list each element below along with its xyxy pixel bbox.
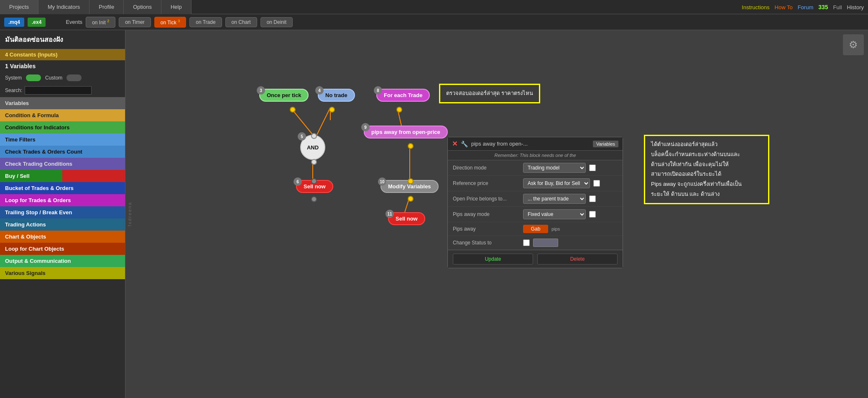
- connector-for-each-bottom[interactable]: [396, 107, 402, 113]
- system-custom-row: System Custom: [0, 72, 125, 84]
- nav-help[interactable]: Help: [161, 0, 191, 14]
- node-num-5: 5: [298, 132, 306, 141]
- second-row: .mq4 .ex4 Events on Init 2 on Timer on T…: [0, 14, 868, 30]
- tab-on-tick[interactable]: on Tick 3: [154, 17, 186, 28]
- variables-tab[interactable]: Variables: [593, 141, 618, 147]
- sidebar-item-loop-chart[interactable]: Loop for Chart Objects: [0, 243, 125, 255]
- btn-delete[interactable]: Delete: [537, 254, 618, 264]
- canvas-area: 3 Once per tick 4 No trade 8 For each Tr…: [125, 30, 868, 398]
- search-input[interactable]: [25, 86, 92, 95]
- popup-select-direction[interactable]: Trading model: [523, 163, 586, 173]
- popup-checkbox-reference[interactable]: [593, 180, 600, 187]
- custom-toggle[interactable]: [66, 74, 82, 81]
- link-howto[interactable]: How To: [775, 4, 793, 10]
- thai-line-2: บล็อคนี้จะกำหนดระยะห่างด้านบนและ: [651, 150, 762, 159]
- history-label[interactable]: History: [847, 4, 864, 10]
- node-sell-2-label: Sell now: [396, 216, 418, 222]
- popup-panel: ✕ 🔧 pips away from open-... Variables Re…: [447, 137, 623, 268]
- popup-input-pips[interactable]: [523, 225, 548, 233]
- popup-checkbox-open-price[interactable]: [589, 195, 596, 202]
- sidebar-item-check-trades[interactable]: Check Trades & Orders Count: [0, 146, 125, 158]
- popup-select-open-price[interactable]: ... the parent trade: [523, 194, 586, 204]
- sidebar-item-indicators[interactable]: Conditions for Indicators: [0, 121, 125, 134]
- events-label: Events: [66, 19, 82, 25]
- node-for-each-trade[interactable]: 8 For each Trade: [376, 89, 430, 102]
- nav-menu: Projects My Indicators Profile Options H…: [0, 0, 191, 14]
- sidebar-item-check-trading[interactable]: Check Trading Conditions: [0, 158, 125, 170]
- node-no-trade[interactable]: 4 No trade: [318, 89, 355, 102]
- popup-row-pips-mode: Pips away mode Fixed value: [448, 207, 623, 222]
- popup-checkbox-pips-mode[interactable]: [589, 211, 596, 218]
- count-badge: 335: [818, 4, 828, 10]
- tab-on-trade[interactable]: on Trade: [189, 17, 222, 27]
- svg-line-1: [317, 108, 330, 135]
- connector-pips-bottom[interactable]: [408, 143, 414, 149]
- nav-projects[interactable]: Projects: [0, 0, 38, 14]
- connector-modify-top[interactable]: [408, 178, 414, 184]
- nav-profile[interactable]: Profile: [89, 0, 124, 14]
- sidebar-variables[interactable]: 1 Variables: [0, 60, 125, 72]
- popup-row-direction: Direction mode Trading model: [448, 160, 623, 176]
- sidebar-item-output[interactable]: Output & Communication: [0, 255, 125, 267]
- connector-and-top[interactable]: [311, 133, 317, 139]
- connector-sell1-top[interactable]: [311, 178, 317, 184]
- connector-and-bottom[interactable]: [311, 159, 317, 165]
- node-once-per-tick[interactable]: 3 Once per tick: [259, 89, 309, 102]
- btn-update[interactable]: Update: [453, 254, 533, 264]
- connector-modify-bottom[interactable]: [408, 196, 414, 202]
- node-pips-away[interactable]: 9 pips away from open-price: [364, 126, 448, 139]
- link-forum[interactable]: Forum: [798, 4, 814, 10]
- thai-line-1: ได้ตำแหน่งออเดอร์ล่าสุดแล้ว: [651, 140, 762, 149]
- sidebar-item-trailing[interactable]: Trailing Stop / Break Even: [0, 206, 125, 218]
- connector-once-bottom[interactable]: [290, 107, 296, 113]
- top-nav: Projects My Indicators Profile Options H…: [0, 0, 868, 14]
- sidebar-item-chart[interactable]: Chart & Objects: [0, 231, 125, 243]
- sidebar-constants[interactable]: 4 Constants (Inputs): [0, 49, 125, 60]
- sidebar-item-loop-trades[interactable]: Loop for Trades & Orders: [0, 194, 125, 206]
- sidebar-item-buy-sell[interactable]: Buy / Sell: [0, 170, 125, 182]
- search-label: Search:: [5, 87, 22, 93]
- custom-label: Custom: [45, 75, 62, 81]
- popup-label-reference: Reference price: [453, 180, 520, 186]
- popup-row-status: Change Status to: [448, 236, 623, 250]
- sidebar-item-signals[interactable]: Various Signals: [0, 267, 125, 279]
- tab-on-timer[interactable]: on Timer: [119, 17, 151, 27]
- popup-select-reference[interactable]: Ask for Buy, Bid for Sell: [523, 178, 590, 188]
- popup-row-reference: Reference price Ask for Buy, Bid for Sel…: [448, 176, 623, 191]
- sidebar-item-variables[interactable]: Variables: [0, 97, 125, 109]
- thai-label-box-2: ได้ตำแหน่งออเดอร์ล่าสุดแล้ว บล็อคนี้จะกำ…: [644, 135, 769, 204]
- popup-wrench-icon: 🔧: [461, 141, 468, 147]
- mq4-btn[interactable]: .mq4: [4, 18, 24, 27]
- sidebar-item-time[interactable]: Time Filters: [0, 134, 125, 146]
- popup-close-btn[interactable]: ✕: [452, 140, 457, 148]
- popup-checkbox-status[interactable]: [523, 239, 530, 246]
- node-num-6: 6: [294, 177, 302, 186]
- top-nav-right: Instructions How To Forum 335 Full Histo…: [742, 0, 864, 14]
- node-once-label: Once per tick: [267, 92, 301, 98]
- tab-on-chart[interactable]: on Chart: [225, 17, 257, 27]
- node-sell-2[interactable]: 11 Sell now: [388, 212, 425, 225]
- popup-checkbox-direction[interactable]: [589, 164, 596, 171]
- connector-no-trade-bottom[interactable]: [329, 107, 335, 113]
- node-num-10: 10: [378, 177, 386, 186]
- node-and-label: AND: [307, 144, 319, 151]
- sidebar-item-bucket[interactable]: Bucket of Trades & Orders: [0, 182, 125, 194]
- tab-on-deinit[interactable]: on Deinit: [260, 17, 293, 27]
- nav-my-indicators[interactable]: My Indicators: [38, 0, 89, 14]
- connector-sell1-bottom[interactable]: [311, 196, 317, 202]
- gear-icon-btn[interactable]: ⚙: [843, 34, 864, 55]
- ex4-btn[interactable]: .ex4: [28, 18, 46, 27]
- popup-row-pips-away: Pips away pips: [448, 222, 623, 236]
- node-sell-1-label: Sell now: [304, 183, 326, 190]
- link-instructions[interactable]: Instructions: [742, 4, 769, 10]
- popup-select-pips-mode[interactable]: Fixed value: [523, 209, 586, 219]
- node-num-8: 8: [374, 86, 382, 95]
- tab-on-init[interactable]: on Init 2: [86, 17, 115, 28]
- sidebar-item-trading-actions[interactable]: Trading Actions: [0, 218, 125, 231]
- system-label: System: [5, 75, 22, 81]
- system-toggle[interactable]: [26, 74, 41, 81]
- nav-options[interactable]: Options: [124, 0, 161, 14]
- sidebar-title: มันติลอดซ่อนสองฝัง: [0, 30, 125, 49]
- sidebar-item-condition[interactable]: Condition & Formula: [0, 109, 125, 121]
- popup-color-picker[interactable]: [533, 239, 558, 247]
